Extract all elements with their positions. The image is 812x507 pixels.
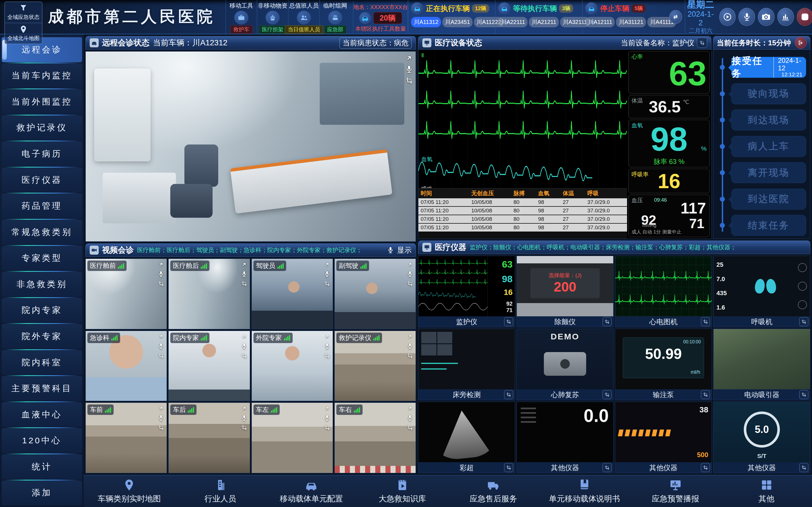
mobile-tools-button[interactable]: [234, 11, 248, 24]
global-beidou-map-button[interactable]: 全域北斗地图: [5, 23, 42, 44]
mic-icon[interactable]: [158, 343, 164, 349]
expand-icon[interactable]: [241, 333, 248, 340]
mic-icon[interactable]: [324, 414, 331, 421]
crop-button[interactable]: [701, 390, 710, 399]
task-step[interactable]: 驶向现场: [731, 83, 806, 104]
sidebar-item[interactable]: 药品管理: [2, 193, 82, 219]
instrument-tile[interactable]: 电动吸引器: [713, 329, 810, 400]
expand-icon[interactable]: [158, 261, 164, 268]
video-tile[interactable]: 车后: [168, 402, 250, 473]
task-step[interactable]: 结束任务: [731, 215, 806, 236]
expand-icon[interactable]: [324, 405, 331, 412]
mic-icon[interactable]: [387, 246, 394, 254]
crop-button[interactable]: [603, 390, 612, 399]
sidebar-item[interactable]: 统计: [2, 454, 82, 480]
video-tile[interactable]: 车前: [86, 402, 167, 473]
instrument-tile[interactable]: 5.0S/T 其他仪器: [713, 402, 810, 473]
nav-warning-broadcast[interactable]: 应急预警播报: [630, 478, 721, 504]
crop-icon[interactable]: [324, 280, 331, 287]
mic-icon[interactable]: [158, 271, 164, 277]
instrument-tile[interactable]: 6398169271 监护仪: [418, 256, 515, 327]
task-step[interactable]: 到达医院: [731, 189, 806, 210]
global-emergency-status-button[interactable]: 全域应急状态: [5, 2, 42, 23]
vehicle-plate[interactable]: 川A31121: [616, 17, 646, 27]
crop-button[interactable]: [603, 317, 612, 326]
crop-icon[interactable]: [407, 352, 413, 359]
sidebar-item[interactable]: 主要预警科目: [2, 376, 82, 401]
sidebar-item[interactable]: 添加: [2, 481, 82, 506]
mic-icon[interactable]: [241, 343, 248, 349]
nav-realtime-vehicle-map[interactable]: 车辆类别实时地图: [84, 478, 175, 504]
task-step[interactable]: 离开现场: [731, 162, 806, 183]
vehicle-plate[interactable]: 川A23451: [442, 17, 472, 27]
video-tile[interactable]: 医疗舱后: [168, 259, 250, 329]
remote-consult-video[interactable]: [86, 51, 416, 242]
crop-icon[interactable]: [241, 424, 248, 431]
sidebar-item[interactable]: 院内科室: [2, 350, 82, 375]
camera-button[interactable]: [758, 8, 774, 26]
instrument-tile[interactable]: 257.04351.6 呼吸机: [713, 256, 810, 327]
mic-icon[interactable]: [405, 65, 413, 73]
video-tile[interactable]: 外院专家: [252, 331, 333, 401]
video-tile[interactable]: 救护记录仪: [335, 331, 416, 401]
crop-icon[interactable]: [407, 424, 413, 431]
video-tile[interactable]: 医疗舱前: [86, 259, 167, 329]
mic-icon[interactable]: [241, 271, 248, 277]
duty-staff-button[interactable]: [297, 11, 311, 24]
instrument-tile[interactable]: DEMO 心肺复苏: [516, 329, 613, 400]
mic-icon[interactable]: [241, 414, 248, 421]
expand-icon[interactable]: [241, 261, 248, 268]
crop-icon[interactable]: [158, 424, 164, 431]
video-tile[interactable]: 急诊科: [86, 331, 167, 401]
task-step[interactable]: 病人上车: [731, 136, 806, 157]
crop-button[interactable]: [504, 390, 513, 399]
instrument-tile[interactable]: 床旁检测: [418, 329, 515, 400]
crop-icon[interactable]: [324, 424, 331, 431]
nav-unit-manual[interactable]: 单元移动载体说明书: [539, 478, 630, 504]
crop-button[interactable]: [701, 317, 710, 326]
record-stop-button[interactable]: [797, 8, 812, 26]
sidebar-item[interactable]: 非急救类别: [2, 272, 82, 297]
sidebar-item[interactable]: 救护记录仪: [2, 115, 82, 140]
stats-button[interactable]: [777, 8, 794, 26]
video-tile[interactable]: 副驾驶: [335, 259, 416, 329]
task-step[interactable]: 到达现场: [731, 110, 806, 130]
nav-mobile-unit-config[interactable]: 移动载体单元配置: [266, 478, 357, 504]
crop-button[interactable]: [799, 390, 808, 399]
instrument-tile[interactable]: 38500 其他仪器: [615, 402, 712, 473]
crop-button[interactable]: [701, 463, 710, 472]
vehicle-plate[interactable]: 川A11312: [411, 17, 441, 27]
crop-button[interactable]: [799, 463, 808, 472]
sidebar-item[interactable]: 电子病历: [2, 142, 82, 166]
vehicle-plate[interactable]: 川A22111: [498, 17, 527, 27]
crop-button[interactable]: [504, 463, 513, 472]
sidebar-item[interactable]: 院内专家: [2, 298, 82, 323]
swap-button[interactable]: [669, 10, 682, 24]
nav-emergency-knowledge[interactable]: 大急救知识库: [357, 478, 448, 504]
expand-icon[interactable]: [405, 54, 413, 62]
instrument-tile[interactable]: 心电图机: [615, 256, 712, 327]
crop-icon[interactable]: [158, 352, 164, 359]
mic-icon[interactable]: [324, 271, 331, 277]
crop-icon[interactable]: [158, 280, 164, 287]
video-tile[interactable]: 院内专家: [168, 331, 250, 401]
expand-icon[interactable]: [407, 261, 413, 268]
crop-button[interactable]: [504, 317, 513, 326]
crop-button[interactable]: [603, 463, 612, 472]
task-step[interactable]: 接受任务 2024-1-1212:12:21: [731, 57, 806, 78]
region-car-icon-button[interactable]: [359, 12, 371, 24]
supplies-button[interactable]: [266, 11, 280, 24]
crop-icon[interactable]: [405, 76, 413, 85]
instrument-tile[interactable]: 0.0 其他仪器: [516, 402, 613, 473]
expand-icon[interactable]: [241, 405, 248, 412]
expand-icon[interactable]: [324, 261, 331, 268]
expand-icon[interactable]: [158, 405, 164, 412]
video-tile[interactable]: 车右: [335, 402, 416, 473]
mic-icon[interactable]: [324, 343, 331, 349]
task-exit-button[interactable]: [795, 37, 807, 49]
video-tile[interactable]: 驾驶员: [252, 259, 333, 329]
vehicle-plate[interactable]: 川A21211: [529, 17, 559, 27]
crop-icon[interactable]: [324, 352, 331, 359]
sidebar-item[interactable]: 院外专家: [2, 324, 82, 349]
vehicle-plate[interactable]: 川A12111: [585, 17, 615, 27]
